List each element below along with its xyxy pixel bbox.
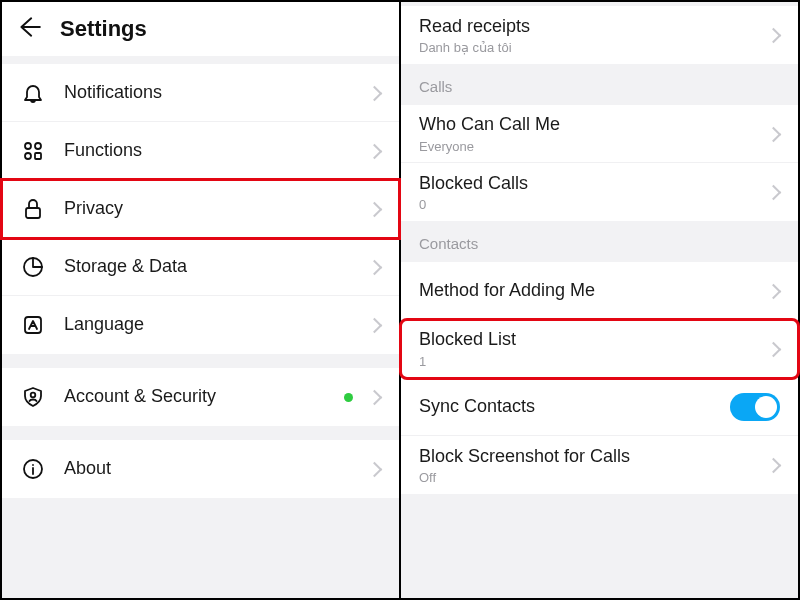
- svg-point-1: [35, 143, 41, 149]
- spacer: [2, 498, 399, 598]
- bell-icon: [20, 80, 46, 106]
- app-frame: Settings Notifications Functions: [0, 0, 800, 600]
- section-header-calls: Calls: [401, 64, 798, 105]
- page-title: Settings: [60, 16, 147, 42]
- privacy-item-block-screenshot[interactable]: Block Screenshot for Calls Off: [401, 436, 798, 494]
- privacy-item-method-adding[interactable]: Method for Adding Me: [401, 262, 798, 320]
- settings-item-notifications[interactable]: Notifications: [2, 64, 399, 122]
- svg-point-0: [25, 143, 31, 149]
- pie-icon: [20, 254, 46, 280]
- settings-item-about[interactable]: About: [2, 440, 399, 498]
- chevron-right-icon: [770, 283, 780, 299]
- settings-item-storage[interactable]: Storage & Data: [2, 238, 399, 296]
- settings-list: Notifications Functions Privacy: [2, 64, 399, 354]
- settings-header: Settings: [2, 2, 399, 56]
- item-label: Account & Security: [64, 385, 344, 408]
- svg-rect-3: [35, 153, 41, 159]
- item-label: Language: [64, 313, 363, 336]
- chevron-right-icon: [770, 184, 780, 200]
- item-label: About: [64, 457, 363, 480]
- divider: [2, 426, 399, 440]
- settings-item-functions[interactable]: Functions: [2, 122, 399, 180]
- settings-item-privacy[interactable]: Privacy: [2, 180, 399, 238]
- settings-list-c: About: [2, 440, 399, 498]
- grid-icon: [20, 138, 46, 164]
- chevron-right-icon: [371, 85, 381, 101]
- item-label: Read receipts: [419, 15, 762, 38]
- chevron-right-icon: [371, 259, 381, 275]
- privacy-item-who-can-call[interactable]: Who Can Call Me Everyone: [401, 105, 798, 163]
- shield-user-icon: [20, 384, 46, 410]
- info-icon: [20, 456, 46, 482]
- item-sub: Danh bạ của tôi: [419, 40, 762, 55]
- section-header-contacts: Contacts: [401, 221, 798, 262]
- chevron-right-icon: [770, 457, 780, 473]
- svg-point-2: [25, 153, 31, 159]
- svg-rect-4: [26, 208, 40, 218]
- chevron-right-icon: [770, 27, 780, 43]
- item-sub: Everyone: [419, 139, 762, 154]
- toggle-on-icon[interactable]: [730, 393, 780, 421]
- status-dot-icon: [344, 393, 353, 402]
- item-label: Block Screenshot for Calls: [419, 445, 762, 468]
- privacy-item-blocked-calls[interactable]: Blocked Calls 0: [401, 163, 798, 221]
- chevron-right-icon: [371, 461, 381, 477]
- settings-list-b: Account & Security: [2, 368, 399, 426]
- back-icon[interactable]: [16, 14, 42, 44]
- item-label: Functions: [64, 139, 363, 162]
- svg-point-7: [31, 393, 36, 398]
- chevron-right-icon: [770, 341, 780, 357]
- divider: [2, 354, 399, 368]
- chevron-right-icon: [371, 201, 381, 217]
- item-sub: 1: [419, 354, 762, 369]
- chevron-right-icon: [371, 389, 381, 405]
- privacy-item-blocked-list[interactable]: Blocked List 1: [401, 320, 798, 378]
- item-label: Who Can Call Me: [419, 113, 762, 136]
- settings-item-account-security[interactable]: Account & Security: [2, 368, 399, 426]
- language-icon: [20, 312, 46, 338]
- chevron-right-icon: [371, 143, 381, 159]
- divider: [2, 56, 399, 64]
- item-label: Privacy: [64, 197, 363, 220]
- privacy-item-read-receipts[interactable]: Read receipts Danh bạ của tôi: [401, 6, 798, 64]
- spacer: [401, 494, 798, 500]
- settings-pane: Settings Notifications Functions: [2, 2, 401, 598]
- settings-item-language[interactable]: Language: [2, 296, 399, 354]
- item-label: Storage & Data: [64, 255, 363, 278]
- item-sub: Off: [419, 470, 762, 485]
- svg-rect-6: [25, 317, 41, 333]
- privacy-pane: Read receipts Danh bạ của tôi Calls Who …: [401, 2, 798, 598]
- chevron-right-icon: [770, 126, 780, 142]
- chevron-right-icon: [371, 317, 381, 333]
- lock-icon: [20, 196, 46, 222]
- item-sub: 0: [419, 197, 762, 212]
- privacy-item-sync-contacts[interactable]: Sync Contacts: [401, 378, 798, 436]
- item-label: Notifications: [64, 81, 363, 104]
- item-label: Blocked Calls: [419, 172, 762, 195]
- item-label: Blocked List: [419, 328, 762, 351]
- item-label: Method for Adding Me: [419, 279, 762, 302]
- item-label: Sync Contacts: [419, 395, 730, 418]
